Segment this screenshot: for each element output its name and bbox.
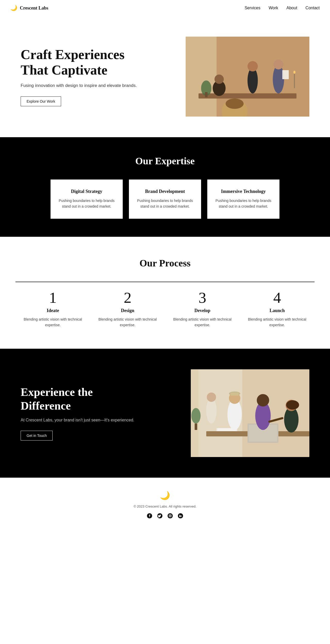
- step-label-1: Design: [95, 308, 160, 313]
- footer-logo: 🌙: [10, 491, 320, 500]
- instagram-icon[interactable]: [167, 513, 173, 520]
- hero-image: [186, 37, 309, 117]
- expertise-card-0-title: Digital Strategy: [58, 189, 115, 194]
- expertise-cards: Digital Strategy Pushing boundaries to h…: [15, 180, 315, 219]
- svg-point-12: [226, 99, 244, 109]
- moon-icon: 🌙: [10, 5, 17, 11]
- nav-contact[interactable]: Contact: [306, 6, 320, 10]
- svg-point-9: [274, 60, 283, 69]
- expertise-card-0-desc: Pushing boundaries to help brands stand …: [58, 198, 115, 209]
- expertise-card-1-desc: Pushing boundaries to help brands stand …: [137, 198, 193, 209]
- svg-point-34: [286, 400, 299, 410]
- hero-section: Craft Experiences That Captivate Fusing …: [0, 16, 330, 137]
- step-desc-3: Blending artistic vision with technical …: [245, 316, 309, 328]
- process-step-2: 3 Develop Blending artistic vision with …: [165, 282, 240, 328]
- hero-text: Craft Experiences That Captivate Fusing …: [21, 47, 137, 106]
- svg-point-31: [257, 394, 269, 406]
- nav-links: Services Work About Contact: [245, 6, 320, 10]
- brand-name: Crescent Labs: [20, 5, 48, 11]
- step-desc-1: Blending artistic vision with technical …: [95, 316, 160, 328]
- facebook-icon[interactable]: [147, 513, 152, 520]
- footer-moon-icon: 🌙: [160, 491, 170, 500]
- cta-image: [191, 369, 309, 457]
- cta-section: Experience the Difference At Crescent La…: [0, 349, 330, 478]
- footer-socials: [10, 513, 320, 520]
- step-desc-2: Blending artistic vision with technical …: [170, 316, 235, 328]
- svg-point-48: [179, 515, 180, 515]
- twitter-icon[interactable]: [157, 513, 163, 520]
- expertise-card-2-desc: Pushing boundaries to help brands stand …: [215, 198, 272, 209]
- step-label-2: Develop: [170, 308, 235, 313]
- expertise-title: Our Expertise: [15, 155, 315, 167]
- cta-subtext: At Crescent Labs, your brand isn't just …: [21, 418, 144, 422]
- brand-logo[interactable]: 🌙 Crescent Labs: [10, 5, 48, 11]
- explore-work-button[interactable]: Explore Our Work: [21, 96, 61, 106]
- svg-point-42: [168, 513, 173, 518]
- nav-services[interactable]: Services: [245, 6, 260, 10]
- svg-point-7: [248, 61, 258, 71]
- expertise-card-1: Brand Development Pushing boundaries to …: [129, 180, 201, 219]
- nav-about[interactable]: About: [286, 6, 297, 10]
- step-number-2: 3: [170, 290, 235, 305]
- step-number-1: 2: [95, 290, 160, 305]
- svg-rect-3: [199, 93, 296, 99]
- get-in-touch-button[interactable]: Get in Touch: [21, 431, 53, 441]
- svg-rect-47: [179, 515, 180, 517]
- process-steps: 1 Ideate Blending artistic vision with t…: [15, 282, 315, 328]
- hero-subtext: Fusing innovation with design to inspire…: [21, 83, 137, 88]
- svg-rect-2: [186, 37, 217, 117]
- svg-point-37: [191, 408, 201, 423]
- step-number-0: 1: [21, 290, 85, 305]
- step-label-3: Launch: [245, 308, 309, 313]
- expertise-card-0: Digital Strategy Pushing boundaries to h…: [51, 180, 123, 219]
- svg-point-16: [293, 71, 295, 74]
- cta-heading: Experience the Difference: [21, 386, 144, 413]
- expertise-card-1-title: Brand Development: [137, 189, 193, 194]
- svg-rect-19: [242, 369, 309, 457]
- footer-copyright: © 2023 Crescent Labs. All rights reserve…: [10, 504, 320, 508]
- nav-work[interactable]: Work: [269, 6, 278, 10]
- svg-point-45: [171, 515, 171, 515]
- step-desc-0: Blending artistic vision with technical …: [21, 316, 85, 328]
- expertise-card-2-title: Immersive Technology: [215, 189, 272, 194]
- svg-rect-10: [282, 70, 289, 79]
- navbar: 🌙 Crescent Labs Services Work About Cont…: [0, 0, 330, 16]
- linkedin-icon[interactable]: [178, 513, 183, 520]
- svg-rect-14: [205, 92, 208, 97]
- hero-heading: Craft Experiences That Captivate: [21, 47, 137, 78]
- process-section: Our Process 1 Ideate Blending artistic v…: [0, 237, 330, 349]
- svg-rect-29: [231, 393, 238, 396]
- svg-point-36: [207, 393, 216, 402]
- step-number-3: 4: [245, 290, 309, 305]
- process-step-1: 2 Design Blending artistic vision with t…: [90, 282, 165, 328]
- expertise-section: Our Expertise Digital Strategy Pushing b…: [0, 137, 330, 237]
- svg-point-5: [214, 75, 224, 84]
- process-step-3: 4 Launch Blending artistic vision with t…: [240, 282, 315, 328]
- process-title: Our Process: [15, 257, 315, 269]
- cta-text: Experience the Difference At Crescent La…: [21, 386, 144, 441]
- svg-rect-38: [195, 423, 197, 430]
- expertise-card-2: Immersive Technology Pushing boundaries …: [207, 180, 279, 219]
- svg-rect-15: [294, 73, 295, 88]
- process-step-0: 1 Ideate Blending artistic vision with t…: [15, 282, 90, 328]
- step-label-0: Ideate: [21, 308, 85, 313]
- footer: 🌙 © 2023 Crescent Labs. All rights reser…: [0, 478, 330, 530]
